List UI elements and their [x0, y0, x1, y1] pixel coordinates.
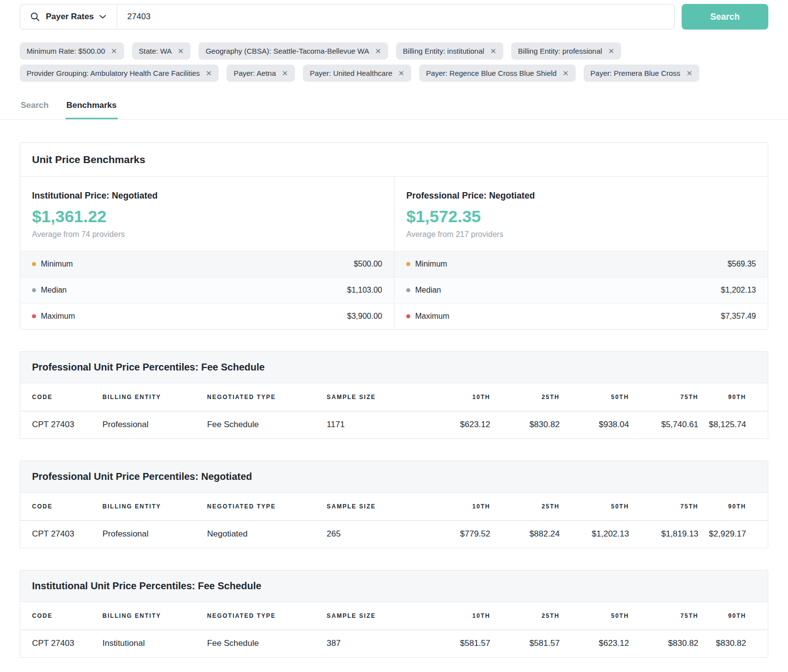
percentile-table-title-bar: Institutional Unit Price Percentiles: Fe…	[20, 571, 768, 602]
percentile-table-title: Professional Unit Price Percentiles: Fee…	[32, 362, 756, 373]
table-cell: Professional	[102, 411, 207, 438]
search-box: Payer Rates	[20, 4, 675, 30]
top-search-bar: Payer Rates Search	[20, 4, 768, 30]
table-cell: $1,819.13	[629, 520, 698, 548]
table-row: CPT 27403ProfessionalNegotiated265$779.5…	[20, 520, 768, 548]
percentile-table-card: Institutional Unit Price Percentiles: Fe…	[20, 570, 768, 658]
percentile-table-card: Professional Unit Price Percentiles: Neg…	[20, 461, 768, 548]
benchmark-panel-head: Professional Price: Negotiated $1,572.35…	[394, 177, 768, 251]
search-input[interactable]	[117, 4, 674, 29]
column-header: 90TH	[698, 602, 768, 630]
table-cell: CPT 27403	[20, 520, 102, 548]
benchmark-stat-label: Median	[32, 286, 66, 295]
percentile-table-title: Professional Unit Price Percentiles: Neg…	[32, 471, 756, 482]
close-icon[interactable]: ✕	[398, 69, 404, 77]
table-header-row: CODEBILLING ENTITYNEGOTIATED TYPESAMPLE …	[20, 602, 768, 630]
stat-label-text: Minimum	[41, 260, 73, 269]
column-header: 90TH	[698, 493, 768, 520]
benchmark-stat-row: Minimum $500.00	[20, 251, 394, 277]
filter-chip[interactable]: Provider Grouping: Ambulatory Health Car…	[20, 65, 219, 82]
filter-chip[interactable]: Billing Entity: professional ✕	[511, 42, 622, 60]
benchmark-stat-label: Maximum	[406, 312, 449, 321]
benchmark-stat-label: Minimum	[406, 260, 447, 269]
close-icon[interactable]: ✕	[490, 47, 496, 55]
tab-benchmarks[interactable]: Benchmarks	[66, 98, 118, 119]
percentile-table: CODEBILLING ENTITYNEGOTIATED TYPESAMPLE …	[20, 493, 768, 548]
table-cell: 1171	[327, 411, 421, 438]
table-cell: $5,740.61	[629, 411, 698, 438]
filter-chip-label: Payer: Aetna	[233, 69, 276, 77]
table-cell: $882.24	[490, 520, 559, 548]
search-button[interactable]: Search	[682, 4, 768, 30]
close-icon[interactable]: ✕	[111, 47, 117, 55]
stat-label-text: Maximum	[415, 312, 449, 321]
percentile-table-card: Professional Unit Price Percentiles: Fee…	[20, 351, 768, 439]
benchmark-stat-row: Median $1,202.13	[394, 277, 768, 303]
benchmark-provider-count: Average from 217 providers	[406, 230, 756, 239]
table-cell: $623.12	[559, 630, 629, 657]
close-icon[interactable]: ✕	[206, 69, 212, 77]
percentile-tables: Professional Unit Price Percentiles: Fee…	[0, 351, 788, 658]
filter-chip-label: State: WA	[139, 47, 172, 55]
close-icon[interactable]: ✕	[282, 69, 288, 77]
column-header: SAMPLE SIZE	[327, 383, 421, 411]
column-header: CODE	[20, 383, 102, 411]
column-header: 75TH	[629, 383, 698, 411]
filter-chip[interactable]: Geography (CBSA): Seattle-Tacoma-Bellevu…	[198, 42, 388, 60]
table-cell: $830.82	[698, 630, 768, 657]
column-header: 50TH	[559, 493, 629, 520]
percentile-table: CODEBILLING ENTITYNEGOTIATED TYPESAMPLE …	[20, 602, 768, 657]
filter-chip[interactable]: Minimum Rate: $500.00 ✕	[20, 42, 124, 60]
table-row: CPT 27403ProfessionalFee Schedule1171$62…	[20, 411, 768, 438]
filter-chip[interactable]: Payer: Premera Blue Cross ✕	[584, 65, 699, 82]
benchmark-stats: Minimum $500.00 Median $1,103.00 Maximum…	[20, 251, 394, 329]
table-cell: Professional	[102, 520, 207, 548]
benchmark-panel-head: Institutional Price: Negotiated $1,361.2…	[20, 177, 394, 251]
filter-chip-label: Payer: Regence Blue Cross Blue Shield	[426, 69, 557, 77]
search-category-selector[interactable]: Payer Rates	[20, 4, 117, 29]
benchmark-average-price: $1,361.22	[32, 207, 382, 226]
filter-chip[interactable]: Payer: United Healthcare ✕	[303, 65, 411, 82]
close-icon[interactable]: ✕	[608, 47, 615, 55]
close-icon[interactable]: ✕	[562, 69, 569, 77]
filter-chip[interactable]: Payer: Aetna ✕	[227, 65, 295, 82]
close-icon[interactable]: ✕	[686, 69, 692, 77]
column-header: 75TH	[629, 493, 698, 520]
percentile-table: CODEBILLING ENTITYNEGOTIATED TYPESAMPLE …	[20, 383, 768, 438]
search-category-label: Payer Rates	[46, 12, 94, 22]
column-header: 25TH	[490, 493, 559, 520]
filter-chip-label: Payer: Premera Blue Cross	[591, 69, 681, 77]
benchmark-stat-value: $1,202.13	[721, 286, 756, 295]
tab-bar: Search Benchmarks	[0, 98, 788, 120]
unit-price-benchmarks-card: Unit Price Benchmarks Institutional Pric…	[20, 142, 768, 330]
stat-dot-icon	[406, 288, 410, 292]
tab-search[interactable]: Search	[20, 98, 50, 119]
table-cell: $581.57	[490, 630, 559, 657]
column-header: NEGOTIATED TYPE	[207, 493, 327, 520]
table-cell: 265	[327, 520, 421, 548]
table-cell: Fee Schedule	[207, 411, 327, 438]
percentile-table-title-bar: Professional Unit Price Percentiles: Fee…	[20, 352, 768, 383]
filter-chip[interactable]: State: WA ✕	[132, 42, 191, 60]
stat-label-text: Median	[41, 286, 66, 295]
benchmark-stat-value: $1,103.00	[347, 286, 382, 295]
stat-dot-icon	[406, 314, 410, 318]
filter-chip[interactable]: Payer: Regence Blue Cross Blue Shield ✕	[419, 65, 576, 82]
table-header-row: CODEBILLING ENTITYNEGOTIATED TYPESAMPLE …	[20, 493, 768, 520]
filter-chip-label: Provider Grouping: Ambulatory Health Car…	[27, 69, 200, 77]
column-header: BILLING ENTITY	[102, 383, 207, 411]
percentile-table-title-bar: Professional Unit Price Percentiles: Neg…	[20, 461, 768, 493]
stat-dot-icon	[32, 314, 36, 318]
benchmarks-title: Unit Price Benchmarks	[32, 154, 756, 166]
filter-chip[interactable]: Billing Entity: institutional ✕	[396, 42, 503, 60]
stat-label-text: Minimum	[415, 260, 447, 269]
close-icon[interactable]: ✕	[375, 47, 381, 55]
benchmark-stat-label: Minimum	[32, 260, 73, 269]
benchmark-panel-title: Professional Price: Negotiated	[406, 191, 756, 201]
benchmark-stat-value: $500.00	[354, 260, 382, 269]
table-cell: CPT 27403	[20, 630, 102, 657]
stat-dot-icon	[32, 288, 36, 292]
column-header: BILLING ENTITY	[102, 493, 207, 520]
stat-dot-icon	[406, 262, 410, 266]
close-icon[interactable]: ✕	[178, 47, 184, 55]
